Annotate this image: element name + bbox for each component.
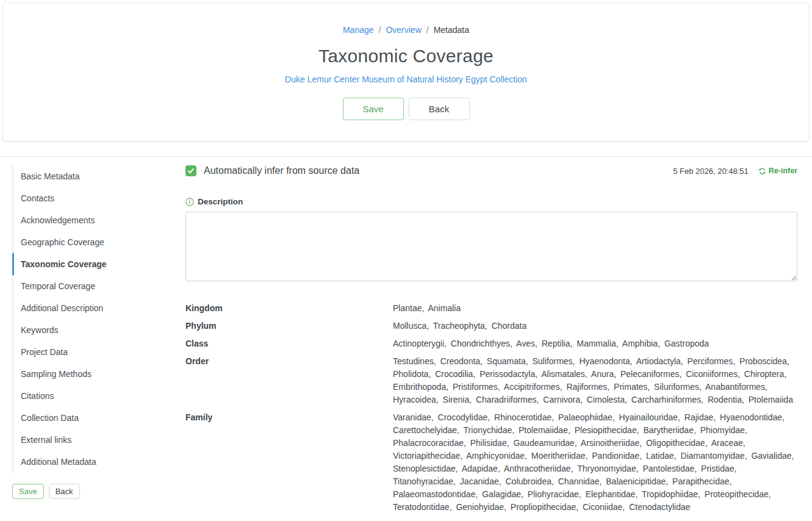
rank-values: Testudines, Creodonta, Squamata, Sulifor… bbox=[393, 355, 797, 406]
description-label: Description bbox=[198, 197, 243, 206]
sidebar-item-temporal-coverage[interactable]: Temporal Coverage bbox=[12, 275, 173, 297]
rank-values: Varanidae, Crocodylidae, Rhinocerotidae,… bbox=[393, 411, 797, 514]
rank-label: Phylum bbox=[185, 320, 393, 332]
taxonomy-table: Kingdom Plantae, Animalia Phylum Mollusc… bbox=[185, 300, 797, 516]
description-label-row: Description bbox=[185, 197, 797, 206]
save-button[interactable]: Save bbox=[343, 98, 404, 120]
sidebar-item-additional-description[interactable]: Additional Description bbox=[12, 297, 173, 319]
page-title: Taxonomic Coverage bbox=[3, 46, 809, 66]
taxonomy-row-kingdom: Kingdom Plantae, Animalia bbox=[185, 300, 797, 317]
taxonomy-row-phylum: Phylum Mollusca, Tracheophyta, Chordata bbox=[185, 317, 797, 335]
sidebar-item-external-links[interactable]: External links bbox=[12, 429, 173, 451]
refresh-icon bbox=[758, 167, 766, 175]
rank-values: Plantae, Animalia bbox=[393, 302, 797, 315]
metadata-sidebar: Basic Metadata Contacts Acknowledgements… bbox=[12, 165, 173, 499]
dataset-title-link[interactable]: Duke Lemur Center Museum of Natural Hist… bbox=[285, 74, 527, 84]
rank-values: Mollusca, Tracheophyta, Chordata bbox=[393, 320, 797, 332]
infer-left: Automatically infer from source data bbox=[185, 165, 359, 176]
description-textarea[interactable] bbox=[185, 212, 797, 281]
sidebar-item-sampling-methods[interactable]: Sampling Methods bbox=[12, 363, 173, 385]
reinfer-link[interactable]: Re-infer bbox=[758, 167, 797, 175]
back-button[interactable]: Back bbox=[409, 98, 470, 120]
info-icon bbox=[185, 198, 194, 206]
breadcrumb-metadata: Metadata bbox=[434, 25, 469, 35]
sidebar-item-collection-data[interactable]: Collection Data bbox=[12, 407, 173, 429]
rank-label: Family bbox=[185, 411, 393, 514]
auto-infer-label: Automatically infer from source data bbox=[204, 165, 359, 176]
sidebar-buttons: Save Back bbox=[12, 484, 173, 499]
sidebar-item-geographic-coverage[interactable]: Geographic Coverage bbox=[12, 231, 173, 253]
rank-values: Actinopterygii, Chondrichthyes, Aves, Re… bbox=[393, 337, 797, 350]
sidebar-item-contacts[interactable]: Contacts bbox=[12, 187, 173, 209]
rank-label: Class bbox=[185, 337, 393, 350]
sidebar-item-project-data[interactable]: Project Data bbox=[12, 341, 173, 363]
reinfer-label: Re-infer bbox=[769, 167, 797, 175]
taxonomy-row-order: Order Testudines, Creodonta, Squamata, S… bbox=[185, 353, 797, 409]
breadcrumb-separator: / bbox=[426, 25, 429, 35]
sidebar-item-keywords[interactable]: Keywords bbox=[12, 319, 173, 341]
taxonomy-row-family: Family Varanidae, Crocodylidae, Rhinocer… bbox=[185, 409, 797, 516]
rank-label: Order bbox=[185, 355, 393, 406]
breadcrumb: Manage/Overview/Metadata bbox=[3, 25, 809, 35]
taxonomic-coverage-panel: Automatically infer from source data 5 F… bbox=[173, 165, 797, 516]
inferred-timestamp: 5 Feb 2026, 20:48:51 bbox=[673, 167, 749, 176]
checkmark-icon bbox=[187, 167, 195, 174]
sidebar-item-basic-metadata[interactable]: Basic Metadata bbox=[12, 165, 173, 187]
infer-right: 5 Feb 2026, 20:48:51 Re-infer bbox=[673, 167, 797, 176]
content: Basic Metadata Contacts Acknowledgements… bbox=[0, 157, 812, 516]
auto-infer-checkbox[interactable] bbox=[185, 165, 196, 176]
sidebar-item-citations[interactable]: Citations bbox=[12, 385, 173, 407]
header-buttons: Save Back bbox=[3, 98, 809, 120]
breadcrumb-overview[interactable]: Overview bbox=[386, 25, 421, 35]
sidebar-item-acknowledgements[interactable]: Acknowledgements bbox=[12, 209, 173, 231]
sidebar-item-taxonomic-coverage[interactable]: Taxonomic Coverage bbox=[12, 253, 173, 275]
breadcrumb-manage[interactable]: Manage bbox=[343, 25, 374, 35]
sidebar-back-button[interactable]: Back bbox=[49, 484, 80, 499]
sidebar-item-additional-metadata[interactable]: Additional Metadata bbox=[12, 451, 173, 473]
header-card: Manage/Overview/Metadata Taxonomic Cover… bbox=[2, 2, 810, 142]
taxonomy-row-class: Class Actinopterygii, Chondrichthyes, Av… bbox=[185, 335, 797, 353]
rank-label: Kingdom bbox=[185, 302, 393, 315]
sidebar-save-button[interactable]: Save bbox=[12, 484, 44, 499]
sidebar-list: Basic Metadata Contacts Acknowledgements… bbox=[12, 165, 173, 473]
breadcrumb-separator: / bbox=[379, 25, 381, 35]
infer-row: Automatically infer from source data 5 F… bbox=[185, 165, 797, 176]
